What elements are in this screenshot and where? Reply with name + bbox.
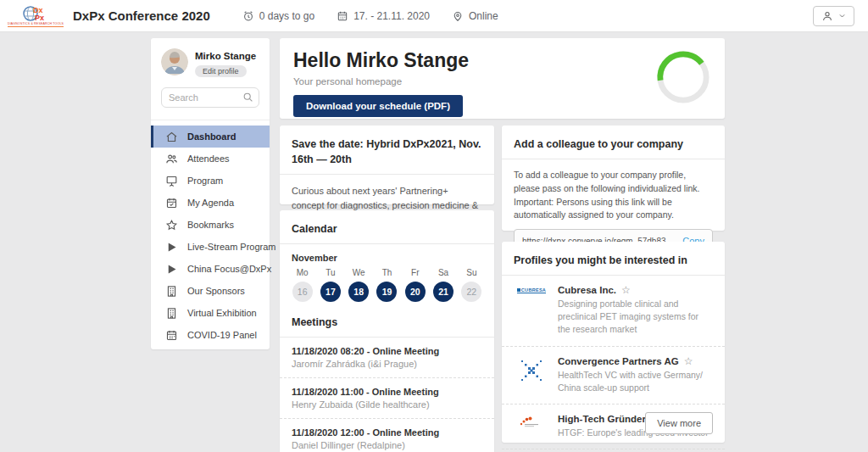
- sidebar-profile: Mirko Stange Edit profile: [151, 48, 270, 77]
- sidebar-item-label: Live-Stream Program: [187, 242, 276, 252]
- presentation-icon: [165, 175, 178, 187]
- play-icon: [165, 241, 178, 254]
- dow-label: Su: [458, 268, 486, 277]
- meeting-person: Henry Zubaida (Gilde healthcare): [292, 399, 482, 410]
- sidebar-item-label: China Focus@DxPx: [187, 264, 271, 274]
- calendar-day[interactable]: 21: [433, 282, 453, 302]
- sidebar: Mirko Stange Edit profile Dashboard Atte…: [151, 38, 270, 349]
- user-menu-button[interactable]: [813, 6, 854, 26]
- profile-item-content: Convergence Partners AG ☆ HealthTech VC …: [558, 356, 713, 394]
- calendar-check-icon: [165, 197, 178, 209]
- dow-label: We: [345, 268, 373, 277]
- cubresa-logo: CUBRESA: [514, 285, 549, 337]
- calendar-day[interactable]: 18: [348, 282, 369, 302]
- htgf-logo: [514, 414, 549, 439]
- company-description: Designing portable clinical and preclini…: [558, 298, 713, 337]
- calendar-card: Calendar November Mo Tu We Th Fr Sa Su 1…: [280, 210, 494, 452]
- sidebar-item-label: COVID-19 Panel: [187, 330, 257, 340]
- conference-dates: 17. - 21.11. 2020: [337, 10, 430, 22]
- sidebar-search: [161, 87, 259, 108]
- meeting-title: 11/18/2020 12:00 - Online Meeting: [292, 427, 482, 438]
- sidebar-item-program[interactable]: Program: [151, 170, 270, 192]
- meeting-item[interactable]: 11/18/2020 12:00 - Online Meeting Daniel…: [280, 419, 494, 452]
- sidebar-item-label: Bookmarks: [187, 220, 234, 230]
- dxpx-logo[interactable]: Dx Px DIAGNOSTICS & RESEARCH TOOLS: [14, 5, 58, 27]
- sidebar-item-label: Virtual Exhibition: [187, 308, 257, 318]
- dow-label: Fr: [401, 268, 429, 277]
- location-pin-icon: [452, 10, 464, 22]
- calendar-day[interactable]: 17: [320, 282, 341, 302]
- meeting-title: 11/18/2020 08:20 - Online Meeting: [292, 346, 482, 356]
- bookmark-star-icon[interactable]: ☆: [684, 356, 693, 366]
- add-colleague-card: Add a colleague to your company To add a…: [502, 126, 725, 231]
- calendar-month: November: [280, 244, 494, 265]
- add-colleague-title: Add a colleague to your company: [514, 138, 683, 150]
- dow-label: Sa: [429, 268, 457, 277]
- sidebar-item-our-sponsors[interactable]: Our Sponsors: [151, 280, 270, 302]
- sidebar-divider: [151, 120, 270, 120]
- person-icon: [821, 10, 833, 22]
- svg-text:Px: Px: [35, 14, 44, 22]
- calendar-grid: Mo Tu We Th Fr Sa Su 16 17 18 19 20 21 2…: [280, 265, 494, 302]
- conference-title: DxPx Conference 2020: [73, 8, 210, 23]
- greeting-subtitle: Your personal homepage: [293, 76, 711, 86]
- calendar-day[interactable]: 20: [405, 282, 426, 302]
- company-name[interactable]: Cubresa Inc.: [558, 285, 616, 295]
- meetings-header: Meetings: [280, 302, 494, 338]
- sidebar-item-live-stream[interactable]: Live-Stream Program: [151, 236, 270, 258]
- conference-dates-label: 17. - 21.11. 2020: [353, 10, 430, 22]
- calendar-title: Calendar: [292, 223, 337, 235]
- search-icon: [242, 92, 253, 103]
- dow-label: Th: [373, 268, 401, 277]
- profile-item-cubresa[interactable]: CUBRESA Cubresa Inc. ☆ Designing portabl…: [502, 276, 725, 347]
- sidebar-item-virtual-exhibition[interactable]: Virtual Exhibition: [151, 302, 270, 324]
- save-the-date-card: Save the date: Hybrid DxPx2021, Nov. 16t…: [280, 126, 494, 204]
- sidebar-item-label: My Agenda: [187, 198, 234, 208]
- chevron-down-icon: [838, 12, 846, 20]
- meeting-title: 11/18/2020 11:00 - Online Meeting: [292, 387, 482, 397]
- sidebar-item-label: Dashboard: [187, 131, 236, 142]
- sidebar-item-bookmarks[interactable]: Bookmarks: [151, 214, 270, 236]
- dow-label: Mo: [288, 268, 316, 277]
- bookmark-star-icon[interactable]: ☆: [621, 285, 631, 295]
- sidebar-item-covid-panel[interactable]: COVID-19 Panel: [151, 324, 270, 346]
- company-name[interactable]: Convergence Partners AG: [558, 356, 679, 366]
- profile-info: Mirko Stange Edit profile: [195, 48, 256, 77]
- calendar-icon: [337, 10, 348, 22]
- building-icon: [165, 285, 178, 298]
- convergence-logo: [514, 356, 549, 394]
- meeting-person: Daniel Dillinger (Redalpine): [292, 440, 482, 450]
- sidebar-item-china-focus[interactable]: China Focus@DxPx: [151, 258, 270, 280]
- sidebar-item-attendees[interactable]: Attendees: [151, 148, 270, 170]
- view-more-button[interactable]: View more: [645, 412, 713, 434]
- save-the-date-header: Save the date: Hybrid DxPx2021, Nov. 16t…: [280, 126, 494, 175]
- view-more-row: View more: [645, 412, 713, 434]
- star-icon: [165, 219, 178, 232]
- alarm-clock-icon: [242, 10, 254, 22]
- meeting-item[interactable]: 11/18/2020 08:20 - Online Meeting Jaromí…: [280, 338, 494, 378]
- calendar-day[interactable]: 22: [461, 282, 481, 302]
- edit-profile-button[interactable]: Edit profile: [195, 65, 247, 77]
- topbar: Dx Px DIAGNOSTICS & RESEARCH TOOLS DxPx …: [0, 0, 868, 32]
- profile-progress-ring: [655, 49, 711, 109]
- sidebar-item-my-agenda[interactable]: My Agenda: [151, 192, 270, 214]
- save-the-date-title: Save the date: Hybrid DxPx2021, Nov. 16t…: [292, 138, 481, 165]
- play-icon: [165, 263, 178, 276]
- calendar-header: Calendar: [280, 210, 494, 244]
- meeting-item[interactable]: 11/18/2020 11:00 - Online Meeting Henry …: [280, 378, 494, 419]
- profile-item-convergence[interactable]: Convergence Partners AG ☆ HealthTech VC …: [502, 347, 725, 405]
- profile-name: Mirko Stange: [195, 51, 256, 61]
- globe-logo-icon: Dx Px: [21, 5, 50, 22]
- sidebar-item-label: Attendees: [187, 153, 230, 164]
- meeting-person: Jaromír Zahrádka (i&i Prague): [292, 359, 482, 369]
- calendar-day[interactable]: 16: [292, 282, 313, 302]
- home-icon: [165, 131, 178, 143]
- conference-location: Online: [452, 10, 498, 22]
- avatar[interactable]: [161, 48, 188, 75]
- meetings-title: Meetings: [292, 316, 337, 328]
- sidebar-item-dashboard[interactable]: Dashboard: [151, 126, 270, 148]
- download-schedule-button[interactable]: Download your schedule (PDF): [293, 95, 463, 117]
- hero-card: Hello Mirko Stange Your personal homepag…: [280, 38, 725, 119]
- add-colleague-body: To add a colleague to your company profi…: [502, 159, 725, 229]
- calendar-day[interactable]: 19: [376, 282, 397, 302]
